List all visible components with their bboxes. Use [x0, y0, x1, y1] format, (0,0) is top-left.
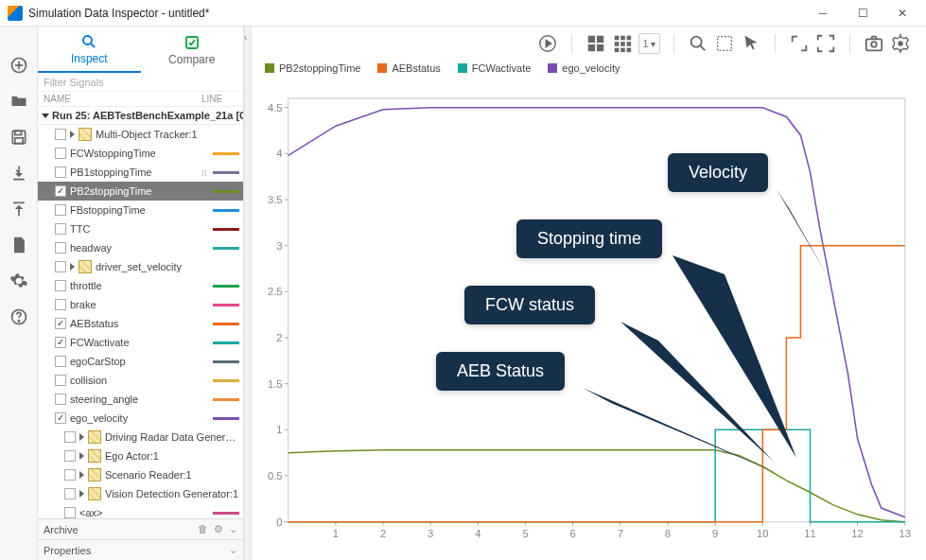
- line-swatch: [213, 247, 239, 250]
- fit-button[interactable]: [714, 33, 735, 54]
- signal-checkbox[interactable]: [55, 148, 66, 159]
- legend-label: FCWactivate: [472, 62, 532, 74]
- signal-checkbox[interactable]: [55, 356, 66, 367]
- svg-point-30: [871, 42, 877, 47]
- signal-checkbox[interactable]: [55, 337, 66, 348]
- signal-checkbox[interactable]: [55, 223, 66, 235]
- signal-row[interactable]: Ego Actor:1: [38, 446, 243, 465]
- expand-icon[interactable]: [79, 452, 84, 460]
- signal-label: AEBstatus: [70, 318, 209, 329]
- signal-row[interactable]: collision: [38, 371, 243, 390]
- signal-row[interactable]: FCWstoppingTime: [38, 144, 243, 163]
- svg-text:3.5: 3.5: [268, 194, 283, 205]
- tab-inspect[interactable]: Inspect: [38, 27, 141, 73]
- signal-row[interactable]: Scenario Reader:1: [38, 465, 243, 484]
- signal-checkbox[interactable]: [55, 242, 66, 254]
- signal-checkbox[interactable]: [55, 299, 66, 310]
- layout-3x3-button[interactable]: [612, 33, 633, 54]
- signal-row[interactable]: PB1stoppingTime⎍: [38, 163, 243, 182]
- svg-text:11: 11: [804, 528, 816, 539]
- signal-row[interactable]: Multi-Object Tracker:1: [38, 125, 243, 144]
- signal-list: Multi-Object Tracker:1FCWstoppingTimePB1…: [38, 125, 243, 518]
- archive-panel-header[interactable]: Archive 🗑 ⚙ ⌄: [38, 518, 243, 539]
- properties-panel-header[interactable]: Properties ⌄: [38, 539, 243, 560]
- signal-checkbox[interactable]: [55, 280, 66, 291]
- signal-row[interactable]: headway: [38, 238, 243, 257]
- open-button[interactable]: [7, 89, 31, 114]
- run-header[interactable]: Run 25: AEBTestBenchExample_21a [Curre..…: [38, 107, 243, 125]
- signal-checkbox[interactable]: [64, 469, 76, 481]
- signal-checkbox[interactable]: [55, 318, 66, 329]
- fullscreen-button[interactable]: [815, 33, 836, 54]
- help-button[interactable]: [7, 305, 31, 329]
- export-button[interactable]: [7, 197, 31, 221]
- line-swatch: [213, 398, 239, 401]
- line-swatch: [213, 190, 239, 193]
- minimize-button[interactable]: ─: [807, 4, 839, 23]
- line-swatch: [213, 171, 239, 174]
- signal-row[interactable]: driver_set_velocity: [38, 257, 243, 276]
- gear-icon[interactable]: ⚙: [214, 523, 223, 535]
- callout-fcw: FCW status: [464, 286, 595, 324]
- chart-area[interactable]: 00.511.522.533.544.512345678910111213 Ve…: [252, 78, 926, 560]
- layout-2x2-button[interactable]: [585, 33, 606, 54]
- plot-settings-button[interactable]: [890, 33, 911, 54]
- zoom-button[interactable]: [688, 33, 708, 54]
- tab-compare[interactable]: Compare: [141, 28, 244, 72]
- legend-item: FCWactivate: [458, 62, 532, 74]
- expand-icon[interactable]: [79, 471, 84, 479]
- expand-icon[interactable]: [79, 433, 84, 441]
- signal-row[interactable]: Driving Radar Data Generator:1: [38, 428, 243, 446]
- play-button[interactable]: [537, 33, 558, 54]
- signal-checkbox[interactable]: [55, 204, 66, 216]
- line-swatch: [213, 341, 239, 344]
- signal-label: TTC: [70, 223, 209, 235]
- svg-text:1: 1: [276, 424, 282, 435]
- maximize-button[interactable]: ☐: [847, 4, 879, 23]
- signal-checkbox[interactable]: [64, 488, 76, 499]
- save-button[interactable]: [7, 125, 31, 149]
- expand-icon[interactable]: [79, 490, 84, 498]
- signal-row[interactable]: Vision Detection Generator:1: [38, 484, 243, 503]
- signal-row[interactable]: egoCarStop: [38, 352, 243, 371]
- signal-row[interactable]: steering_angle: [38, 390, 243, 409]
- signal-checkbox[interactable]: [55, 185, 66, 197]
- import-button[interactable]: [7, 161, 31, 185]
- new-doc-button[interactable]: [7, 233, 31, 257]
- signal-checkbox[interactable]: [55, 412, 66, 424]
- signal-checkbox[interactable]: [64, 431, 76, 443]
- signal-checkbox[interactable]: [55, 166, 66, 178]
- signal-checkbox[interactable]: [55, 261, 66, 272]
- svg-rect-14: [597, 36, 603, 43]
- add-run-button[interactable]: [7, 53, 31, 78]
- expand-icon[interactable]: [70, 263, 75, 271]
- signal-row[interactable]: FCWactivate: [38, 333, 243, 352]
- expand-icon: [42, 114, 49, 118]
- app-icon: [8, 6, 23, 21]
- legend-item: ego_velocity: [548, 62, 620, 74]
- signal-row[interactable]: ego_velocity: [38, 409, 243, 428]
- signal-row[interactable]: brake: [38, 295, 243, 314]
- signal-checkbox[interactable]: [55, 394, 66, 405]
- expand-view-button[interactable]: [789, 33, 810, 54]
- expand-icon[interactable]: [70, 131, 75, 138]
- signal-checkbox[interactable]: [55, 129, 66, 140]
- signal-row[interactable]: TTC: [38, 219, 243, 238]
- signal-checkbox[interactable]: [64, 507, 76, 518]
- snapshot-button[interactable]: [864, 33, 884, 54]
- trash-icon[interactable]: 🗑: [198, 523, 208, 535]
- signal-label: Driving Radar Data Generator:1: [105, 431, 239, 443]
- layout-page-button[interactable]: 1 ▾: [638, 33, 660, 54]
- signal-row[interactable]: FBstoppingTime: [38, 201, 243, 219]
- signal-row[interactable]: AEBstatus: [38, 314, 243, 333]
- search-input[interactable]: Filter Signals: [38, 74, 243, 92]
- cursor-button[interactable]: [741, 33, 761, 54]
- signal-row[interactable]: <ax>: [38, 503, 243, 518]
- signal-checkbox[interactable]: [64, 450, 76, 462]
- signal-checkbox[interactable]: [55, 375, 66, 386]
- collapse-strip[interactable]: ‹: [244, 26, 252, 560]
- signal-row[interactable]: PB2stoppingTime: [38, 182, 243, 201]
- settings-button[interactable]: [7, 269, 31, 293]
- signal-row[interactable]: throttle: [38, 276, 243, 295]
- close-button[interactable]: ✕: [886, 4, 918, 23]
